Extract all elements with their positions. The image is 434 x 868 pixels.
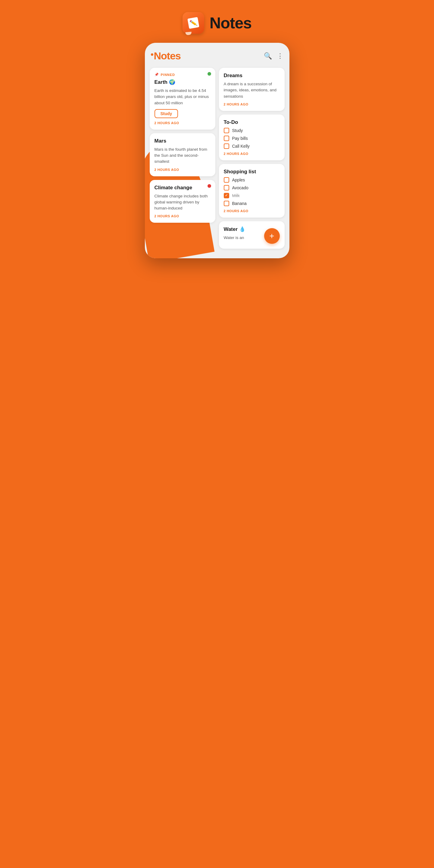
shopping-item-apples: Apples xyxy=(224,177,280,183)
note-card-todo[interactable]: To-Do Study Pay bills xyxy=(219,115,285,160)
note-time-todo: 2 HOURS AGO xyxy=(224,152,280,156)
checkbox-banana[interactable] xyxy=(224,201,229,206)
note-time-earth: 2 HOURS AGO xyxy=(155,121,210,125)
checkbox-apples[interactable] xyxy=(224,177,229,183)
phone-content: Notes 🔍 ⋮ 📌 PINNED xyxy=(145,43,290,258)
note-title-earth: Earth 🌍 xyxy=(155,79,210,85)
app-title: Notes xyxy=(210,14,252,32)
note-tag-study[interactable]: Study xyxy=(155,109,178,118)
notes-header: Notes 🔍 ⋮ xyxy=(150,50,285,62)
pencil-icon xyxy=(187,17,199,29)
note-title-mars: Mars xyxy=(155,138,210,144)
water-section: Water 💧 Water is an + xyxy=(219,221,285,249)
shopping-checklist: Apples Avocado Milk xyxy=(224,177,280,206)
shopping-item-avocado: Avocado xyxy=(224,185,280,190)
checkbox-callkelly[interactable] xyxy=(224,144,229,149)
search-icon[interactable]: 🔍 xyxy=(264,52,272,60)
notes-logo: Notes xyxy=(151,50,181,62)
green-dot-indicator xyxy=(207,72,211,76)
note-body-mars: Mars is the fourth planet from the Sun a… xyxy=(155,147,210,165)
right-column: Dreams A dream is a succession of images… xyxy=(219,68,285,249)
app-icon xyxy=(182,12,204,34)
app-header: Notes xyxy=(182,12,252,34)
note-card-shopping[interactable]: Shopping list Apples Avocado xyxy=(219,164,285,218)
todo-item-study: Study xyxy=(224,128,280,133)
note-card-climate[interactable]: Climate change Climate change includes b… xyxy=(150,180,215,223)
notes-grid: 📌 PINNED Earth 🌍 Earth is estimated to b… xyxy=(150,68,285,249)
note-card-mars[interactable]: Mars Mars is the fourth planet from the … xyxy=(150,133,215,176)
more-options-icon[interactable]: ⋮ xyxy=(277,52,283,60)
shopping-item-milk: Milk xyxy=(224,193,280,198)
phone-frame: Notes 🔍 ⋮ 📌 PINNED xyxy=(145,43,290,258)
note-body-dreams: A dream is a succession of images, ideas… xyxy=(224,81,280,99)
note-time-climate: 2 HOURS AGO xyxy=(155,214,210,218)
note-title-shopping: Shopping list xyxy=(224,169,280,175)
header-actions: 🔍 ⋮ xyxy=(264,52,283,60)
todo-checklist: Study Pay bills Call Kelly xyxy=(224,128,280,149)
checkbox-milk[interactable] xyxy=(224,193,229,198)
note-title-climate: Climate change xyxy=(155,185,210,191)
checkbox-paybills[interactable] xyxy=(224,135,229,141)
pinned-label: 📌 PINNED xyxy=(155,73,210,76)
note-time-dreams: 2 HOURS AGO xyxy=(224,102,280,106)
todo-item-paybills: Pay bills xyxy=(224,135,280,141)
note-title-todo: To-Do xyxy=(224,119,280,125)
todo-item-callkelly: Call Kelly xyxy=(224,144,280,149)
red-dot-indicator xyxy=(207,184,211,188)
fab-add-button[interactable]: + xyxy=(264,228,280,244)
note-time-shopping: 2 HOURS AGO xyxy=(224,209,280,213)
note-card-dreams[interactable]: Dreams A dream is a succession of images… xyxy=(219,68,285,111)
pin-dot xyxy=(151,53,153,56)
note-title-dreams: Dreams xyxy=(224,73,280,79)
note-card-earth[interactable]: 📌 PINNED Earth 🌍 Earth is estimated to b… xyxy=(150,68,215,130)
outer-wrapper: Notes Notes 🔍 ⋮ xyxy=(145,12,290,258)
note-body-climate: Climate change includes both global warm… xyxy=(155,193,210,212)
shopping-item-banana: Banana xyxy=(224,201,280,206)
note-time-mars: 2 HOURS AGO xyxy=(155,168,210,172)
checkbox-study[interactable] xyxy=(224,128,229,133)
pin-icon: 📌 xyxy=(155,73,159,76)
checkbox-avocado[interactable] xyxy=(224,185,229,190)
left-column: 📌 PINNED Earth 🌍 Earth is estimated to b… xyxy=(150,68,215,223)
note-body-earth: Earth is estimated to be 4.54 billion ye… xyxy=(155,88,210,106)
